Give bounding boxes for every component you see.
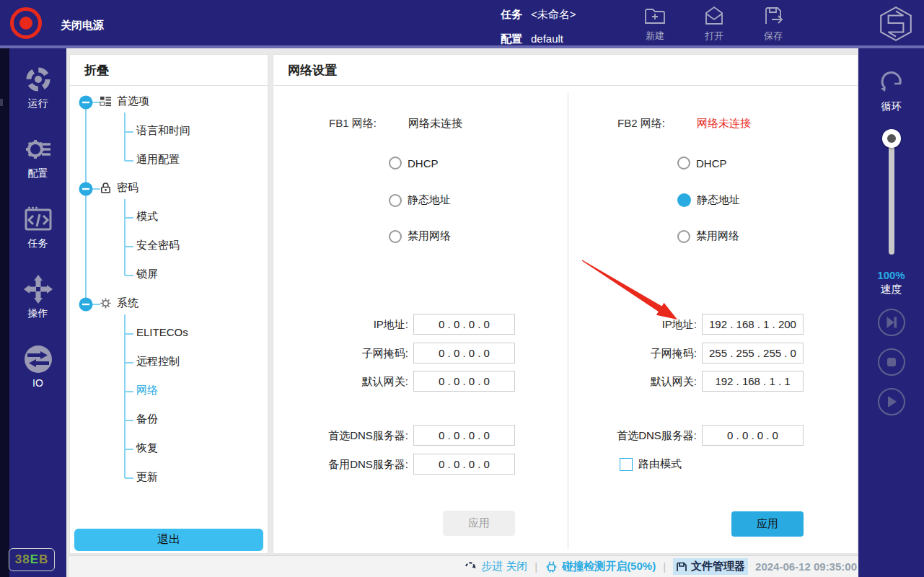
fb2-radio-dhcp[interactable]: DHCP	[677, 157, 727, 169]
rail-edge-strip	[0, 48, 9, 577]
tree-item-restore[interactable]: 恢复	[136, 441, 158, 455]
fb2-route-mode-checkbox[interactable]: 路由模式	[620, 457, 682, 471]
save-button[interactable]: 保存	[753, 4, 793, 43]
app-root: 关闭电源 任务<未命名> 配置default 新建 打开 保存	[0, 0, 924, 577]
fb2-ip-input[interactable]: 192 . 168 . 1 . 200	[702, 314, 804, 335]
fb2-radio-static[interactable]: 静态地址	[677, 193, 740, 207]
brand-logo-icon	[876, 4, 915, 43]
task-label: 任务	[501, 8, 522, 20]
nav-operate-label: 操作	[28, 307, 48, 320]
file-manager-button[interactable]: 文件管理器	[673, 558, 748, 575]
fb1-mask-label: 子网掩码:	[288, 347, 408, 361]
save-button-label: 保存	[764, 30, 783, 43]
status-badge: 38EB	[9, 548, 55, 571]
separator: |	[534, 560, 537, 573]
run-icon	[23, 64, 53, 94]
loop-mode-button[interactable]: 循环	[876, 66, 907, 113]
tree-item-system[interactable]: 系统	[100, 296, 138, 310]
fb2-mask-input[interactable]: 255 . 255 . 255 . 0	[702, 343, 804, 364]
fb2-status: 网络未连接	[697, 117, 751, 131]
fb1-name-label: FB1 网络:	[329, 117, 377, 131]
loop-label: 循环	[881, 100, 902, 113]
slider-track[interactable]	[889, 133, 894, 255]
nav-task[interactable]: 任务	[23, 204, 53, 250]
fb2-mask-label: 子网掩码:	[576, 347, 697, 361]
open-button[interactable]: 打开	[694, 4, 734, 43]
gear-icon	[23, 134, 53, 164]
speed-percent: 100%	[877, 269, 905, 283]
fb2-gateway-input[interactable]: 192 . 168 . 1 . 1	[702, 371, 804, 392]
tree-item-backup[interactable]: 备份	[136, 413, 158, 426]
tree-item-safety-password[interactable]: 安全密码	[136, 239, 180, 252]
tree-item-preferences[interactable]: 首选项	[100, 94, 149, 108]
new-button[interactable]: 新建	[635, 4, 675, 43]
page-title: 网络设置	[273, 55, 858, 86]
fb1-mask-input[interactable]: 0 . 0 . 0 . 0	[413, 343, 515, 364]
exit-button[interactable]: 退出	[74, 529, 263, 551]
fb1-dns2-input[interactable]: 0 . 0 . 0 . 0	[413, 454, 515, 475]
top-bar: 关闭电源 任务<未命名> 配置default 新建 打开 保存	[0, 0, 924, 48]
fb2-dns1-label: 首选DNS服务器:	[576, 429, 697, 443]
fb1-gateway-input[interactable]: 0 . 0 . 0 . 0	[413, 371, 515, 392]
config-label: 配置	[501, 32, 522, 45]
lock-icon	[100, 182, 112, 194]
column-divider	[568, 93, 568, 549]
tree-collapse-header[interactable]: 折叠	[70, 55, 268, 86]
tree-item-remote-control[interactable]: 远程控制	[136, 355, 180, 369]
fb1-ip-input[interactable]: 0 . 0 . 0 . 0	[413, 314, 515, 335]
tree-item-update[interactable]: 更新	[136, 470, 158, 484]
config-value: default	[531, 32, 563, 45]
tree-item-network[interactable]: 网络	[136, 384, 158, 397]
settings-tree-panel: 折叠 首选项 语言和时间 通用配置 密码 模式 安全密码 锁屏	[69, 54, 268, 554]
open-file-icon	[703, 4, 726, 27]
radio-icon	[389, 194, 402, 207]
fb1-ip-label: IP地址:	[288, 318, 408, 332]
checkbox-icon	[620, 458, 633, 471]
fb1-dns2-label: 备用DNS服务器:	[288, 458, 408, 472]
datetime: 2024-06-12 09:35:00	[755, 560, 857, 573]
nav-io[interactable]: IO	[23, 344, 53, 389]
radio-icon	[677, 157, 690, 169]
step-mode-toggle[interactable]: 步进 关闭	[465, 560, 527, 573]
nav-config-label: 配置	[28, 167, 48, 180]
fb1-radio-static[interactable]: 静态地址	[389, 193, 451, 207]
fb1-status: 网络未连接	[408, 117, 462, 131]
right-control-rail: 循环 100% 速度	[858, 48, 924, 577]
fb2-name-label: FB2 网络:	[617, 117, 665, 131]
tree-item-elitecos[interactable]: ELITECOs	[136, 326, 188, 338]
slider-knob[interactable]	[882, 129, 901, 148]
nav-io-label: IO	[32, 377, 43, 389]
topbar-actions: 新建 打开 保存	[635, 4, 793, 43]
tree-item-general-config[interactable]: 通用配置	[136, 153, 180, 167]
speed-slider[interactable]	[882, 129, 901, 259]
open-button-label: 打开	[705, 30, 723, 43]
tree-item-mode[interactable]: 模式	[136, 210, 158, 224]
step-next-button[interactable]	[878, 309, 905, 336]
fb1-dns1-input[interactable]: 0 . 0 . 0 . 0	[413, 425, 515, 446]
fb1-radio-dhcp[interactable]: DHCP	[389, 157, 439, 169]
power-icon[interactable]	[10, 7, 42, 39]
tree-item-language-time[interactable]: 语言和时间	[136, 124, 190, 138]
fb2-apply-button[interactable]: 应用	[731, 511, 804, 537]
code-window-icon	[23, 204, 53, 234]
speed-readout: 100% 速度	[877, 269, 905, 296]
nav-task-label: 任务	[28, 237, 48, 250]
fb2-gateway-label: 默认网关:	[576, 375, 697, 389]
skip-next-icon	[884, 314, 899, 330]
fb2-radio-disable[interactable]: 禁用网络	[677, 229, 739, 243]
tree-item-password[interactable]: 密码	[100, 181, 138, 195]
nav-operate[interactable]: 操作	[23, 274, 53, 320]
fb1-apply-button[interactable]: 应用	[443, 511, 515, 536]
play-button[interactable]	[878, 388, 905, 415]
collision-detection-toggle[interactable]: 碰撞检测开启(50%)	[545, 560, 656, 573]
fb1-radio-disable[interactable]: 禁用网络	[389, 229, 451, 243]
move-arrows-icon	[23, 274, 53, 304]
tree-item-lock-screen[interactable]: 锁屏	[136, 268, 158, 281]
separator: |	[663, 560, 666, 573]
play-icon	[884, 394, 899, 410]
nav-run[interactable]: 运行	[23, 64, 53, 110]
power-off-button[interactable]: 关闭电源	[61, 19, 104, 32]
fb2-dns1-input[interactable]: 0 . 0 . 0 . 0	[702, 425, 804, 446]
nav-config[interactable]: 配置	[23, 134, 53, 180]
stop-button[interactable]	[878, 348, 905, 376]
